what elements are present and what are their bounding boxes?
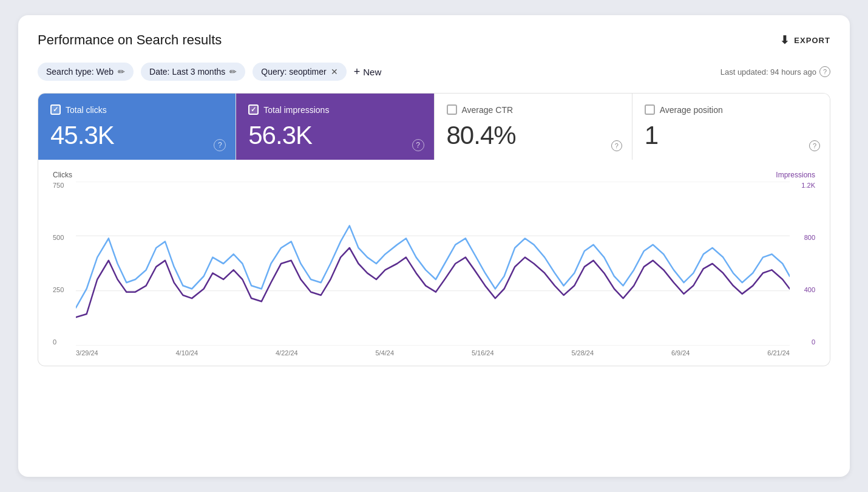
close-icon: ✕ xyxy=(331,67,338,77)
impressions-checkbox[interactable] xyxy=(248,104,259,115)
chart-area: Clicks Impressions 750 500 250 0 1.2K 80… xyxy=(38,160,830,366)
metric-label-row-impressions: Total impressions xyxy=(248,104,421,115)
help-icon[interactable]: ? xyxy=(214,139,226,151)
help-icon[interactable]: ? xyxy=(809,140,820,151)
query-label: Query: seoptimer xyxy=(261,67,326,77)
metric-total-impressions[interactable]: Total impressions 56.3K ? xyxy=(236,94,434,160)
impressions-label: Total impressions xyxy=(263,105,329,115)
position-help: ? xyxy=(809,140,820,151)
position-value: 1 xyxy=(645,121,818,150)
main-card: Performance on Search results ⬇ EXPORT S… xyxy=(18,15,850,477)
chart-left-label: Clicks xyxy=(53,171,72,179)
metrics-row: Total clicks 45.3K ? Total impressions 5… xyxy=(38,93,830,160)
metric-label-row-clicks: Total clicks xyxy=(50,104,223,115)
edit-icon: ✏ xyxy=(118,67,125,77)
impressions-value: 56.3K xyxy=(248,121,421,150)
new-label: New xyxy=(363,67,381,77)
position-checkbox[interactable] xyxy=(645,104,655,115)
edit-icon: ✏ xyxy=(229,67,237,77)
y-axis-right: 1.2K 800 400 0 xyxy=(791,182,815,346)
help-icon[interactable]: ? xyxy=(611,140,622,151)
ctr-checkbox[interactable] xyxy=(447,104,457,115)
x-axis: 3/29/24 4/10/24 4/22/24 5/4/24 5/16/24 5… xyxy=(53,349,815,357)
metric-label-row-position: Average position xyxy=(645,104,818,115)
header-row: Performance on Search results ⬇ EXPORT xyxy=(38,32,830,48)
chart-inner: 750 500 250 0 1.2K 800 400 0 xyxy=(53,182,815,346)
chart-labels-top: Clicks Impressions xyxy=(53,171,815,179)
chart-right-label: Impressions xyxy=(776,171,815,179)
plus-icon: + xyxy=(354,66,361,78)
new-button[interactable]: + New xyxy=(354,66,382,78)
ctr-value: 80.4% xyxy=(447,121,620,150)
metric-average-position[interactable]: Average position 1 ? xyxy=(632,94,830,160)
y-axis-left: 750 500 250 0 xyxy=(53,182,74,346)
clicks-help: ? xyxy=(214,139,226,151)
ctr-help: ? xyxy=(611,140,622,151)
page-title: Performance on Search results xyxy=(38,32,222,48)
metric-total-clicks[interactable]: Total clicks 45.3K ? xyxy=(38,94,236,160)
ctr-label: Average CTR xyxy=(462,105,514,115)
metric-average-ctr[interactable]: Average CTR 80.4% ? xyxy=(435,94,632,160)
date-label: Date: Last 3 months xyxy=(149,67,225,77)
clicks-value: 45.3K xyxy=(50,121,223,150)
download-icon: ⬇ xyxy=(780,33,790,47)
search-type-label: Search type: Web xyxy=(46,67,114,77)
search-type-filter[interactable]: Search type: Web ✏ xyxy=(38,63,134,81)
help-icon[interactable]: ? xyxy=(819,66,830,77)
chart-svg xyxy=(76,182,790,346)
help-icon[interactable]: ? xyxy=(412,139,424,151)
clicks-label: Total clicks xyxy=(66,105,107,115)
date-filter[interactable]: Date: Last 3 months ✏ xyxy=(141,63,245,81)
clicks-checkbox[interactable] xyxy=(50,104,61,115)
filters-row: Search type: Web ✏ Date: Last 3 months ✏… xyxy=(38,63,830,81)
position-label: Average position xyxy=(660,105,723,115)
metric-label-row-ctr: Average CTR xyxy=(447,104,620,115)
query-filter[interactable]: Query: seoptimer ✕ xyxy=(253,63,346,81)
last-updated: Last updated: 94 hours ago ? xyxy=(721,66,830,77)
impressions-help: ? xyxy=(412,139,424,151)
export-button[interactable]: ⬇ EXPORT xyxy=(780,33,830,47)
